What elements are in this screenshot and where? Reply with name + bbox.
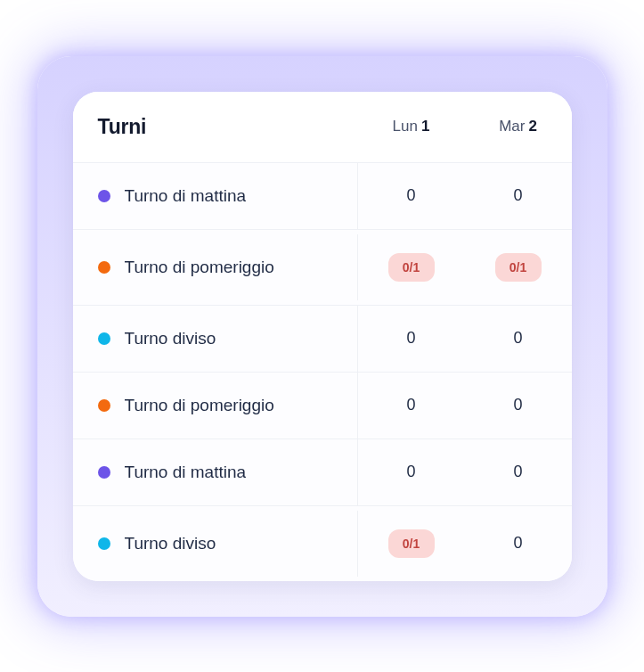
shift-day-cell[interactable]: 0 (465, 439, 572, 504)
understaffed-badge: 0/1 (388, 529, 435, 558)
shift-name-label: Turno diviso (125, 534, 216, 553)
shift-count: 0 (513, 329, 522, 348)
header-day-2: Mar2 (465, 94, 572, 159)
table-body: Turno di mattina00Turno di pomeriggio0/1… (73, 163, 572, 581)
shift-color-dot (98, 261, 110, 274)
shift-day-cell[interactable]: 0 (358, 373, 465, 438)
shift-name-label: Turno di pomeriggio (125, 258, 274, 277)
shift-name-cell: Turno di mattina (73, 439, 358, 505)
shift-count: 0 (513, 186, 522, 205)
table-row[interactable]: Turno di mattina00 (73, 439, 572, 506)
day-short: Mar (499, 118, 525, 135)
shift-count: 0 (406, 329, 415, 348)
shift-day-cell[interactable]: 0 (465, 511, 572, 576)
shift-count: 0 (513, 534, 522, 553)
day-number: 1 (421, 118, 429, 135)
header-day-1: Lun1 (358, 94, 465, 159)
table-row[interactable]: Turno diviso00 (73, 306, 572, 373)
shift-name-cell: Turno di pomeriggio (73, 234, 358, 300)
shift-day-cell[interactable]: 0 (358, 306, 465, 371)
shift-day-cell[interactable]: 0 (465, 306, 572, 371)
shift-color-dot (98, 332, 110, 345)
shift-count: 0 (406, 186, 415, 205)
shift-color-dot (98, 466, 110, 479)
shift-name-label: Turno diviso (125, 329, 216, 348)
page-title: Turni (98, 115, 147, 139)
shift-count: 0 (513, 463, 522, 481)
shift-color-dot (98, 399, 110, 412)
shift-day-cell[interactable]: 0 (465, 373, 572, 438)
shift-name-cell: Turno di mattina (73, 163, 358, 229)
day-short: Lun (393, 118, 418, 135)
shift-day-cell[interactable]: 0/1 (358, 230, 465, 305)
shift-name-label: Turno di mattina (125, 463, 247, 482)
understaffed-badge: 0/1 (388, 253, 435, 282)
table-row[interactable]: Turno di mattina00 (73, 163, 572, 230)
shift-name-label: Turno di pomeriggio (125, 396, 274, 415)
shift-name-label: Turno di mattina (125, 186, 247, 206)
shift-name-cell: Turno diviso (73, 511, 358, 577)
shift-day-cell[interactable]: 0/1 (358, 506, 465, 581)
shift-count: 0 (406, 463, 415, 481)
shift-color-dot (98, 537, 110, 550)
shift-color-dot (98, 190, 110, 202)
shift-count: 0 (513, 396, 522, 414)
shift-day-cell[interactable]: 0/1 (465, 230, 572, 305)
header-title-cell: Turni (73, 92, 358, 162)
table-row[interactable]: Turno di pomeriggio00 (73, 373, 572, 439)
shift-count: 0 (406, 396, 415, 414)
understaffed-badge: 0/1 (495, 253, 542, 282)
shift-day-cell[interactable]: 0 (465, 163, 572, 228)
day-label: Lun1 (393, 118, 430, 135)
shift-day-cell[interactable]: 0 (358, 439, 465, 504)
shift-name-cell: Turno di pomeriggio (73, 373, 358, 438)
glow-panel: Turni Lun1 Mar2 Turno di mattina00Turno … (37, 56, 607, 617)
day-number: 2 (528, 118, 536, 135)
table-row[interactable]: Turno diviso0/10 (73, 506, 572, 581)
shift-name-cell: Turno diviso (73, 306, 358, 372)
table-row[interactable]: Turno di pomeriggio0/10/1 (73, 230, 572, 306)
table-header-row: Turni Lun1 Mar2 (73, 92, 572, 163)
shifts-card: Turni Lun1 Mar2 Turno di mattina00Turno … (73, 92, 572, 581)
day-label: Mar2 (499, 118, 537, 135)
shift-day-cell[interactable]: 0 (358, 163, 465, 228)
